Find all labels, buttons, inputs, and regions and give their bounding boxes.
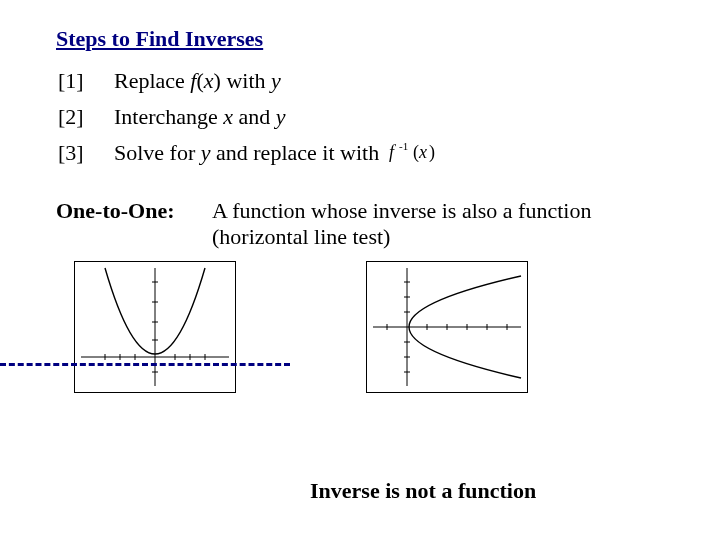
svg-text:x: x (418, 142, 427, 162)
var-x: x (223, 104, 233, 129)
section-heading: Steps to Find Inverses (56, 26, 664, 52)
svg-text:): ) (429, 142, 435, 163)
text: Solve for (114, 140, 201, 165)
text: ) (214, 68, 221, 93)
text: with (221, 68, 271, 93)
steps-list: [1] Replace f(x) with y [2] Interchange … (58, 68, 664, 170)
step-row: [3] Solve for y and replace it with f -1… (58, 140, 664, 170)
graph-parabola (74, 261, 236, 393)
step-number: [2] (58, 104, 114, 130)
var-y: y (276, 104, 286, 129)
var-y: y (271, 68, 281, 93)
step-text: Replace f(x) with y (114, 68, 664, 94)
text: and replace it with (211, 140, 385, 165)
step-row: [2] Interchange x and y (58, 104, 664, 130)
definition-row: One-to-One: A function whose inverse is … (56, 198, 664, 251)
horizontal-test-line (0, 363, 290, 366)
text: Replace (114, 68, 190, 93)
text: A function whose inverse is also a funct… (212, 198, 591, 223)
step-number: [3] (58, 140, 114, 166)
graph-sideways-parabola (366, 261, 528, 393)
step-text: Solve for y and replace it with f -1 ( x… (114, 140, 664, 170)
step-row: [1] Replace f(x) with y (58, 68, 664, 94)
var-y: y (201, 140, 211, 165)
text: Interchange (114, 104, 223, 129)
f-inverse-notation: f -1 ( x ) (385, 140, 445, 170)
definition-text: A function whose inverse is also a funct… (212, 198, 664, 251)
step-text: Interchange x and y (114, 104, 664, 130)
svg-text:f: f (389, 142, 397, 162)
definition-label: One-to-One: (56, 198, 212, 224)
svg-text:-1: -1 (399, 140, 408, 152)
var-x: x (204, 68, 214, 93)
text: (horizontal line test) (212, 224, 390, 249)
caption-text: Inverse is not a function (310, 478, 536, 504)
text: and (233, 104, 276, 129)
text: ( (196, 68, 203, 93)
step-number: [1] (58, 68, 114, 94)
graphs-container (56, 261, 664, 393)
